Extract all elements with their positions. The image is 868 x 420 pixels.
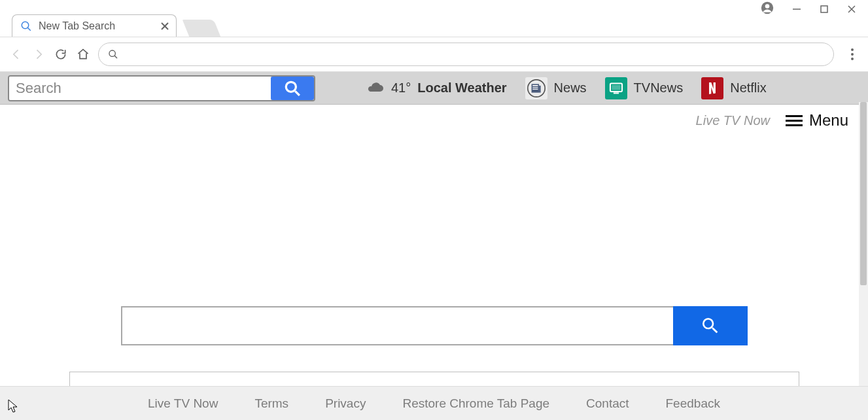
live-tv-now-text: Live TV Now [696,113,770,128]
weather-link[interactable]: 41° Local Weather [365,80,507,96]
footer-link-contact[interactable]: Contact [586,396,629,411]
svg-rect-19 [532,88,538,89]
menu-label: Menu [809,111,848,130]
netflix-link[interactable]: Netflix [701,77,767,99]
page-content: Live TV Now Menu [0,105,868,403]
browser-menu-button[interactable] [846,47,859,61]
tab-title: New Tab Search [39,20,115,32]
window-maximize-button[interactable] [820,5,829,14]
footer-link-terms[interactable]: Terms [254,396,288,411]
toolbar-search-input[interactable] [9,77,271,100]
hamburger-icon [786,113,803,129]
svg-point-1 [765,4,770,9]
page-menu-button[interactable]: Menu [786,111,848,130]
footer-link-live-tv[interactable]: Live TV Now [148,396,218,411]
cursor-icon [8,399,18,416]
tv-icon [605,77,627,99]
svg-rect-16 [539,85,540,92]
netflix-icon [701,77,723,99]
window-minimize-button[interactable] [792,5,801,14]
search-icon [284,80,301,97]
cloud-icon [365,82,385,95]
svg-rect-18 [532,87,538,88]
home-button[interactable] [76,47,90,61]
svg-rect-21 [612,85,620,90]
footer-link-restore[interactable]: Restore Chrome Tab Page [402,396,549,411]
news-label: News [554,80,587,96]
svg-rect-17 [532,85,538,86]
svg-point-10 [109,50,115,56]
footer-link-feedback[interactable]: Feedback [666,396,720,411]
address-input[interactable] [124,49,824,60]
tvnews-label: TVNews [634,80,684,96]
search-icon [20,20,32,32]
new-tab-button[interactable] [182,20,221,37]
search-icon [108,49,118,60]
footer-link-privacy[interactable]: Privacy [325,396,366,411]
back-button[interactable] [9,47,24,61]
window-close-button[interactable] [847,5,856,14]
svg-point-6 [22,22,29,29]
toolbar-search-button[interactable] [271,77,314,100]
netflix-label: Netflix [730,80,767,96]
search-icon [700,315,721,336]
weather-label: Local Weather [417,80,506,96]
reload-button[interactable] [54,47,68,61]
tab-bar: New Tab Search [0,0,868,37]
navigation-bar [0,37,868,72]
vertical-scrollbar[interactable] [859,102,868,386]
browser-tab[interactable]: New Tab Search [12,14,177,37]
center-search-input[interactable] [121,306,673,345]
news-icon [525,77,547,99]
temperature-value: 41° [391,80,411,96]
svg-line-13 [295,91,300,96]
svg-line-7 [27,27,31,31]
toolbar-search [8,75,315,101]
tvnews-link[interactable]: TVNews [605,77,684,99]
center-search-button[interactable] [673,306,748,345]
svg-point-12 [286,82,296,92]
address-bar[interactable] [98,43,834,66]
news-link[interactable]: News [525,77,587,99]
scrollbar-thumb[interactable] [860,102,867,285]
forward-button[interactable] [31,47,46,61]
svg-rect-3 [821,6,827,12]
footer-bar: Live TV Now Terms Privacy Restore Chrome… [0,386,868,420]
svg-line-11 [114,56,117,58]
close-tab-icon[interactable] [160,22,169,31]
extension-toolbar: 41° Local Weather News TVNews Netflix [0,72,868,105]
account-icon[interactable] [761,1,774,17]
center-search [121,306,748,345]
